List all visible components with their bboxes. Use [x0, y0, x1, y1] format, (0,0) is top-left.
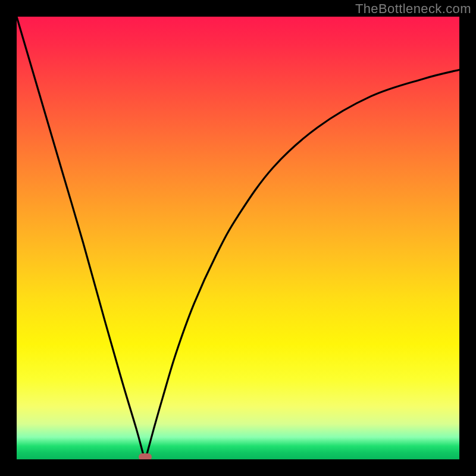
chart-frame: TheBottleneck.com [0, 0, 476, 476]
curve-svg [17, 17, 459, 459]
bottleneck-curve [17, 17, 459, 459]
plot-area [17, 17, 459, 459]
watermark-text: TheBottleneck.com [355, 1, 471, 17]
minimum-marker [139, 453, 152, 459]
